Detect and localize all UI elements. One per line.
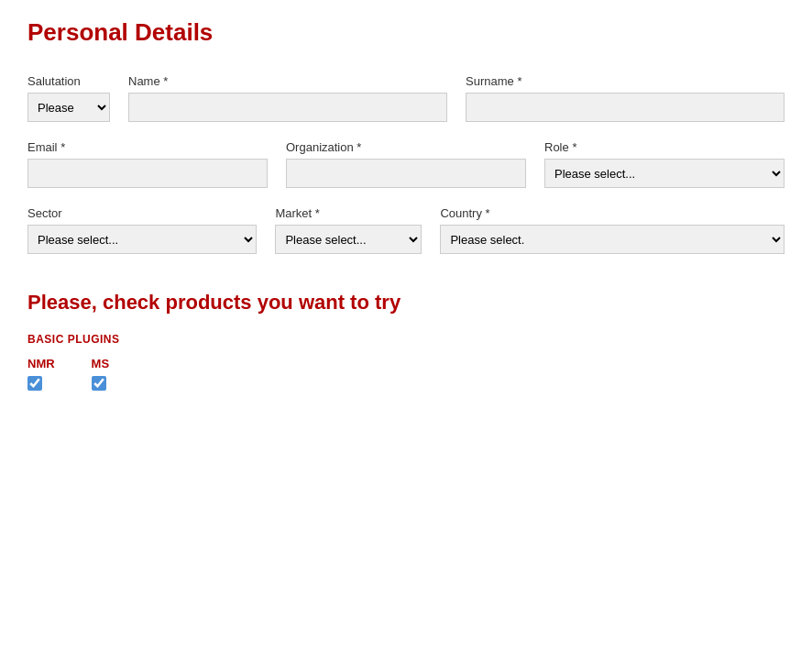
market-select[interactable]: Please select... Europe Americas Asia Ot… [275,225,422,254]
sector-label: Sector [27,206,257,220]
plugins-section-label: BASIC PLUGINS [27,333,785,346]
role-select[interactable]: Please select... Developer Manager Resea… [544,159,785,188]
market-group: Market * Please select... Europe America… [275,206,422,254]
personal-details-form: Salutation Please Mr. Ms. Mrs. Dr. Prof.… [27,74,785,254]
ms-checkbox-group: MS [92,357,110,391]
form-row-3: Sector Please select... Academia Industr… [27,206,785,254]
form-row-1: Salutation Please Mr. Ms. Mrs. Dr. Prof.… [27,74,785,122]
nmr-checkbox[interactable] [27,376,42,391]
organization-input[interactable] [286,159,526,188]
salutation-select[interactable]: Please Mr. Ms. Mrs. Dr. Prof. [27,93,110,122]
salutation-group: Salutation Please Mr. Ms. Mrs. Dr. Prof. [27,74,110,122]
surname-group: Surname * [466,74,785,122]
ms-checkbox[interactable] [92,376,106,391]
email-label: Email * [27,140,268,154]
ms-label: MS [92,357,110,370]
nmr-checkbox-group: NMR [27,357,55,391]
country-select[interactable]: Please select. United States United King… [440,225,785,254]
organization-label: Organization * [286,140,526,154]
email-group: Email * [27,140,268,188]
form-row-2: Email * Organization * Role * Please sel… [27,140,785,188]
email-input[interactable] [27,159,268,188]
role-label: Role * [544,140,785,154]
sector-group: Sector Please select... Academia Industr… [27,206,257,254]
name-input[interactable] [128,93,447,122]
products-section: Please, check products you want to try B… [27,291,785,391]
organization-group: Organization * [286,140,526,188]
role-group: Role * Please select... Developer Manage… [544,140,785,188]
surname-input[interactable] [466,93,785,122]
nmr-label: NMR [27,357,55,370]
page-title: Personal Details [27,18,785,47]
market-label: Market * [275,206,422,220]
sector-select[interactable]: Please select... Academia Industry Gover… [27,225,257,254]
country-label: Country * [440,206,785,220]
products-title: Please, check products you want to try [27,291,785,315]
country-group: Country * Please select. United States U… [440,206,785,254]
name-group: Name * [128,74,447,122]
surname-label: Surname * [466,74,785,88]
name-label: Name * [128,74,447,88]
salutation-label: Salutation [27,74,110,88]
checkboxes-row: NMR MS [27,357,785,391]
